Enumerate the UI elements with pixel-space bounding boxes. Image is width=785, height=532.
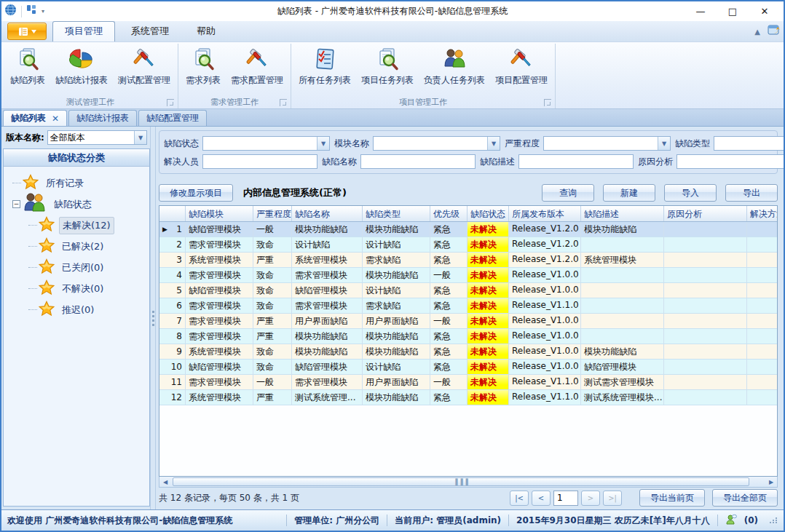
- version-select[interactable]: ▼: [47, 130, 147, 145]
- online-users-icon[interactable]: [725, 514, 737, 528]
- column-header-rownum[interactable]: [159, 206, 186, 221]
- filter-select-severity[interactable]: ▼: [543, 136, 671, 151]
- column-header-severity[interactable]: 严重程度: [253, 206, 292, 221]
- table-row-10[interactable]: 10缺陷管理模块致命缺陷管理模块设计缺陷紧急未解决Release_V1.0.0缺…: [159, 360, 777, 375]
- horizontal-scrollbar[interactable]: ◀ ▐▐▐ ▶: [159, 477, 778, 488]
- dialog-launcher-icon[interactable]: [544, 99, 551, 106]
- resize-grip[interactable]: [770, 517, 778, 523]
- ribbon-button-test-config[interactable]: 测试配置管理: [114, 44, 175, 88]
- close-button[interactable]: ✕: [749, 3, 781, 20]
- filter-input-defect-name[interactable]: [361, 155, 475, 168]
- doc-tab-defect-list[interactable]: 缺陷列表✕: [3, 110, 67, 126]
- tree-item-unsolved[interactable]: 未解决(12): [4, 215, 149, 236]
- column-header-defect-desc[interactable]: 缺陷描述: [581, 206, 664, 221]
- chevron-down-icon[interactable]: ▼: [134, 131, 146, 144]
- column-header-priority[interactable]: 优先级: [430, 206, 468, 221]
- minimize-button[interactable]: —: [685, 3, 717, 20]
- tree-item-wont-solve[interactable]: 不解决(0): [4, 278, 149, 299]
- table-row-8[interactable]: 8需求管理模块严重模块功能缺陷模块功能缺陷紧急未解决Release_V1.0.0: [159, 329, 777, 344]
- filter-input-resolver[interactable]: [203, 155, 317, 168]
- scroll-left-icon[interactable]: ◀: [159, 477, 171, 487]
- ribbon-tab-project-mgmt[interactable]: 项目管理: [52, 21, 115, 41]
- version-select-value[interactable]: [48, 131, 134, 144]
- ribbon-button-project-tasks[interactable]: 项目任务列表: [357, 44, 418, 88]
- quick-access-grid-icon[interactable]: [26, 4, 37, 18]
- next-page-button[interactable]: >: [581, 491, 600, 506]
- modify-columns-button[interactable]: 修改显示项目: [159, 184, 233, 202]
- cell-defect-desc: 模块功能缺陷: [581, 222, 664, 237]
- table-row-5[interactable]: 5缺陷管理模块致命缺陷管理模块设计缺陷紧急未解决Release_V1.0.0: [159, 283, 777, 298]
- maximize-button[interactable]: □: [717, 3, 749, 20]
- table-row-7[interactable]: 7需求管理模块严重用户界面缺陷用户界面缺陷一般未解决Release_V1.0.0: [159, 314, 777, 329]
- column-header-defect-type[interactable]: 缺陷类型: [363, 206, 430, 221]
- ribbon-button-req-list[interactable]: 需求列表: [181, 44, 225, 88]
- new-button[interactable]: 新建: [603, 184, 655, 202]
- export-current-page-button[interactable]: 导出当前页: [639, 489, 705, 507]
- filter-select-defect-status[interactable]: ▼: [202, 136, 330, 151]
- tree-item-postponed[interactable]: 推迟(0): [4, 299, 149, 320]
- filter-input-severity[interactable]: [544, 137, 658, 150]
- filter-select-defect-type[interactable]: ▼: [714, 136, 785, 151]
- quick-access-caret-icon[interactable]: ▾: [42, 8, 44, 15]
- chevron-down-icon[interactable]: ▼: [658, 137, 670, 150]
- sidebar-splitter[interactable]: [150, 127, 156, 509]
- filter-text-resolver[interactable]: [202, 154, 317, 169]
- filter-input-defect-desc[interactable]: [519, 155, 633, 168]
- column-header-release-version[interactable]: 所属发布版本: [509, 206, 581, 221]
- column-header-cause-analysis[interactable]: 原因分析: [664, 206, 747, 221]
- first-page-button[interactable]: |<: [510, 491, 529, 506]
- style-selector-icon[interactable]: [768, 24, 781, 39]
- filter-input-defect-type[interactable]: [714, 137, 785, 150]
- tree-item-defect-status[interactable]: − 缺陷状态: [4, 194, 149, 215]
- ribbon-button-defect-report[interactable]: 缺陷统计报表: [51, 44, 112, 88]
- ribbon-tab-help[interactable]: 帮助: [185, 22, 227, 41]
- table-row-9[interactable]: 9系统管理模块致命模块功能缺陷模块功能缺陷紧急未解决Release_V1.0.0…: [159, 344, 777, 360]
- scrollbar-thumb[interactable]: ▐▐▐: [173, 477, 749, 486]
- ribbon-button-defect-list[interactable]: 缺陷列表: [6, 44, 50, 88]
- ribbon-button-owner-tasks[interactable]: 负责人任务列表: [419, 44, 489, 88]
- ribbon-button-all-tasks[interactable]: 所有任务列表: [294, 44, 355, 88]
- doc-tab-defect-report[interactable]: 缺陷统计报表: [68, 110, 137, 126]
- ribbon-button-project-config[interactable]: 项目配置管理: [491, 44, 552, 88]
- table-row-12[interactable]: 12系统管理模块严重测试系统管理...模块功能缺陷紧急未解决Release_V1…: [159, 390, 777, 405]
- last-page-button[interactable]: >|: [603, 491, 622, 506]
- close-tab-icon[interactable]: ✕: [52, 114, 59, 124]
- prev-page-button[interactable]: <: [532, 491, 551, 506]
- filter-text-defect-desc[interactable]: [518, 154, 634, 169]
- chevron-down-icon[interactable]: ▼: [317, 137, 329, 150]
- dialog-launcher-icon[interactable]: [280, 99, 287, 106]
- column-header-defect-status[interactable]: 缺陷状态: [468, 206, 509, 221]
- filter-text-defect-name[interactable]: [360, 154, 476, 169]
- export-all-pages-button[interactable]: 导出全部页: [712, 489, 778, 507]
- collapse-ribbon-icon[interactable]: ▲: [754, 28, 760, 36]
- column-header-solution[interactable]: 解决方法: [747, 206, 778, 221]
- column-header-defect-module[interactable]: 缺陷模块: [186, 206, 253, 221]
- table-row-6[interactable]: 6需求管理模块致命需求管理模块需求缺陷紧急未解决Release_V1.1.0: [159, 298, 777, 314]
- filter-input-defect-status[interactable]: [203, 137, 317, 150]
- table-row-1[interactable]: ▶1缺陷管理模块一般模块功能缺陷模块功能缺陷紧急未解决Release_V1.2.…: [159, 222, 777, 237]
- export-button[interactable]: 导出: [725, 184, 778, 202]
- scroll-right-icon[interactable]: ▶: [765, 477, 777, 487]
- table-row-11[interactable]: 11需求管理模块一般需求管理模块用户界面缺陷一般未解决Release_V1.1.…: [159, 375, 777, 390]
- page-number-input[interactable]: [553, 491, 578, 506]
- table-row-4[interactable]: 4需求管理模块致命需求管理模块模块功能缺陷一般未解决Release_V1.0.0: [159, 268, 777, 283]
- filter-input-cause-analysis[interactable]: [677, 155, 785, 168]
- ribbon-button-req-config[interactable]: 需求配置管理: [226, 44, 288, 88]
- tree-item-all-records[interactable]: 所有记录: [4, 172, 149, 194]
- filter-select-module-name[interactable]: ▼: [373, 136, 500, 151]
- tree-item-closed[interactable]: 已关闭(0): [4, 257, 149, 278]
- filter-text-cause-analysis[interactable]: [676, 154, 785, 169]
- query-button[interactable]: 查询: [542, 184, 594, 202]
- table-row-2[interactable]: 2需求管理模块致命设计缺陷设计缺陷紧急未解决Release_V1.2.0: [159, 237, 777, 253]
- tree-item-solved[interactable]: 已解决(2): [4, 236, 149, 257]
- import-button[interactable]: 导入: [664, 184, 717, 202]
- chevron-down-icon[interactable]: ▼: [487, 137, 500, 150]
- application-menu-button[interactable]: [7, 23, 47, 40]
- dialog-launcher-icon[interactable]: [167, 99, 174, 106]
- column-header-defect-name[interactable]: 缺陷名称: [292, 206, 363, 221]
- tree-expand-icon[interactable]: −: [12, 200, 20, 208]
- doc-tab-defect-config[interactable]: 缺陷配置管理: [138, 110, 207, 126]
- filter-input-module-name[interactable]: [374, 137, 487, 150]
- ribbon-tab-system-mgmt[interactable]: 系统管理: [119, 22, 181, 41]
- table-row-3[interactable]: 3系统管理模块严重系统管理模块需求缺陷紧急未解决Release_V1.2.0系统…: [159, 253, 777, 268]
